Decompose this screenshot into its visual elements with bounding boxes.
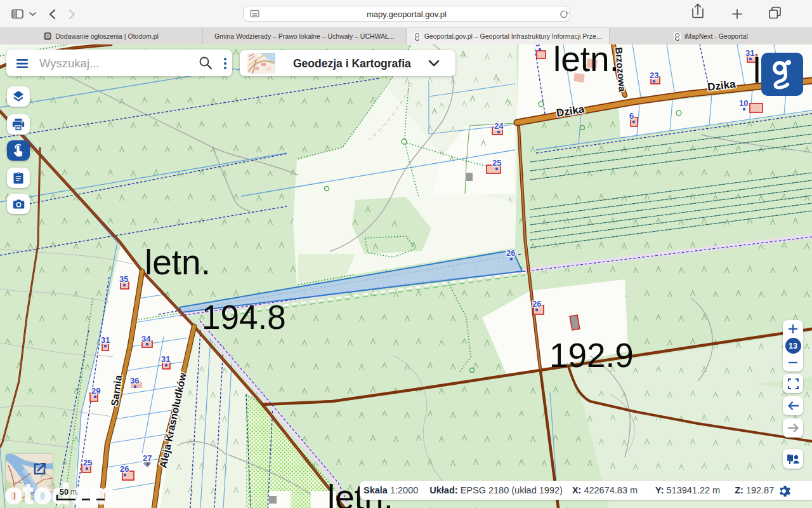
svg-text:26: 26 <box>120 464 129 474</box>
svg-text:34: 34 <box>141 334 151 344</box>
svg-text:192.9: 192.9 <box>549 337 634 374</box>
svg-text:26: 26 <box>506 248 515 258</box>
svg-text:10: 10 <box>739 98 748 108</box>
svg-text:31: 31 <box>101 335 110 345</box>
svg-text:35: 35 <box>119 274 128 284</box>
svg-text:50: 50 <box>60 488 69 497</box>
svg-text:27: 27 <box>143 453 152 463</box>
svg-text:31: 31 <box>745 48 754 58</box>
svg-text:36: 36 <box>130 376 139 385</box>
svg-text:25: 25 <box>83 458 92 467</box>
svg-text:letn.: letn. <box>145 243 211 282</box>
svg-text:Wyszukaj...: Wyszukaj... <box>39 57 99 70</box>
svg-text:31: 31 <box>161 354 170 364</box>
svg-text:26: 26 <box>532 299 541 309</box>
svg-text:23: 23 <box>650 70 658 80</box>
svg-text:6: 6 <box>629 111 634 121</box>
svg-text:194.8: 194.8 <box>202 298 286 336</box>
svg-text:24: 24 <box>494 121 504 131</box>
svg-text:3: 3 <box>535 44 540 48</box>
svg-text:letn.: letn. <box>553 44 619 79</box>
svg-text:m: m <box>70 488 77 497</box>
svg-text:25: 25 <box>492 158 501 168</box>
svg-text:Geodezja i Kartografia: Geodezja i Kartografia <box>293 57 411 70</box>
svg-text:29: 29 <box>91 386 100 396</box>
